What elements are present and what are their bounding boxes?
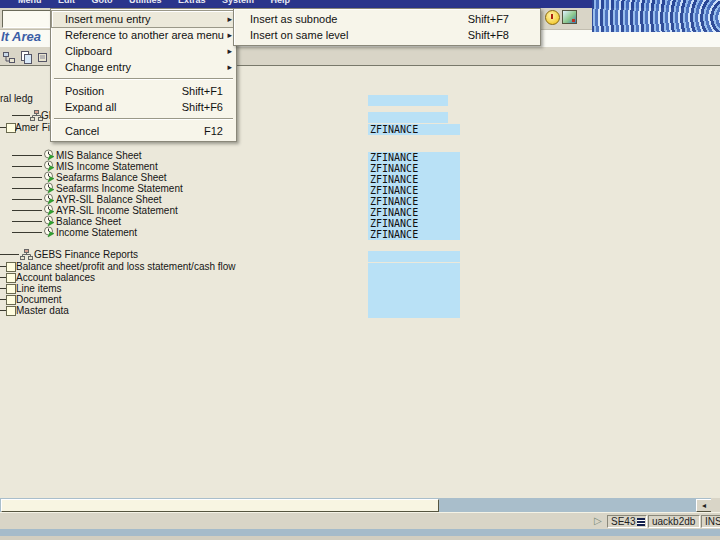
- folder-icon: [6, 284, 16, 294]
- tree-row-label: Seafarms Income Statement: [56, 183, 183, 194]
- menu-item-label: Insert on same level: [250, 29, 348, 41]
- menu-item-shortcut: Shift+F1: [182, 83, 223, 99]
- tree-line: [12, 115, 30, 116]
- tree-line: [12, 188, 42, 189]
- tree-row-label: ral ledg: [0, 93, 33, 104]
- tree-row-label: Master data: [16, 305, 69, 316]
- tree-row[interactable]: Balance Sheet ZFINANCE: [0, 216, 465, 227]
- menu-item-label: Change entry: [65, 61, 131, 73]
- menu-item-shortcut: Shift+F6: [182, 99, 223, 115]
- menu-item-cancel[interactable]: Cancel F12: [52, 123, 235, 139]
- menu-separator: [54, 78, 233, 80]
- folder-icon: [6, 295, 16, 305]
- menu-value-box[interactable]: [368, 95, 448, 106]
- node-icon[interactable]: [36, 50, 51, 65]
- command-field[interactable]: [2, 10, 55, 28]
- scrollbar-thumb[interactable]: [1, 499, 439, 512]
- tree-row-label: AYR-SIL Balance Sheet: [56, 194, 162, 205]
- menu-item-position[interactable]: Position Shift+F1: [52, 83, 235, 99]
- menu-bar-clipped-text: Menu Edit Goto Utilities Extras System H…: [18, 0, 290, 5]
- tree-row[interactable]: Document: [0, 294, 465, 305]
- transaction-icon: [43, 226, 55, 240]
- status-expand-arrow-icon[interactable]: ▷: [594, 515, 602, 527]
- menu-item-shortcut: Shift+F8: [468, 27, 509, 43]
- menu-value-box[interactable]: [368, 307, 460, 318]
- tree-row-label: Account balances: [16, 272, 95, 283]
- copy-icon[interactable]: [19, 50, 34, 65]
- tree-row[interactable]: Seafarms Balance Sheet ZFINANCE: [0, 172, 465, 183]
- status-bar: ▷ SE43 uackb2db INS: [0, 512, 720, 530]
- menu-item-label: Position: [65, 85, 104, 97]
- scrollbar-corner: [711, 498, 720, 512]
- tree-row-label: Income Statement: [56, 227, 137, 238]
- tree-row-label: AYR-SIL Income Statement: [56, 205, 178, 216]
- submenu-arrow-icon: ▸: [227, 43, 232, 59]
- menu-value-box[interactable]: ZFINANCE: [368, 229, 460, 240]
- status-insert-mode-field[interactable]: INS: [701, 515, 720, 528]
- folder-icon: [6, 262, 16, 272]
- menu-item-label: Clipboard: [65, 45, 112, 57]
- menu-item-insert-on-same-level[interactable]: Insert on same level Shift+F8: [235, 27, 539, 43]
- status-transaction-field[interactable]: SE43: [607, 515, 647, 528]
- context-menu: Insert menu entry ▸ Reference to another…: [50, 8, 237, 142]
- status-server-field[interactable]: uackb2db: [648, 515, 700, 528]
- menu-item-label: Reference to another area menu: [65, 29, 224, 41]
- monitor-icon[interactable]: [562, 10, 577, 24]
- menu-item-expand-all[interactable]: Expand all Shift+F6: [52, 99, 235, 115]
- submenu-arrow-icon: ▸: [227, 27, 232, 43]
- tree-row[interactable]: AYR-SIL Balance Sheet ZFINANCE: [0, 194, 465, 205]
- menu-item-label: Expand all: [65, 101, 116, 113]
- tree-line: [12, 177, 42, 178]
- menu-item-change-entry[interactable]: Change entry ▸: [52, 59, 235, 75]
- tree-line: [12, 155, 42, 156]
- tree-row-label: Seafarms Balance Sheet: [56, 172, 167, 183]
- tree-line: [0, 254, 19, 255]
- tree-row[interactable]: MIS Income Statement ZFINANCE: [0, 161, 465, 172]
- clock-icon[interactable]: [545, 10, 560, 25]
- tree-line: [12, 232, 42, 233]
- tree-row-label: Balance Sheet: [56, 216, 121, 227]
- menu-item-shortcut: Shift+F7: [468, 11, 509, 27]
- tree-line: [12, 199, 42, 200]
- tree-row[interactable]: Income Statement ZFINANCE: [0, 227, 465, 238]
- tree-row-label: MIS Income Statement: [56, 161, 158, 172]
- folder-icon: [6, 273, 16, 283]
- tree-row-label: GEBS Finance Reports: [34, 249, 138, 260]
- tree-row-label: Document: [16, 294, 62, 305]
- tree-row[interactable]: Line items: [0, 283, 465, 294]
- tree-row-label: Line items: [16, 283, 62, 294]
- menu-item-shortcut: F12: [204, 123, 223, 139]
- menu-item-label: Insert menu entry: [65, 13, 151, 25]
- context-submenu: Insert as subnode Shift+F7 Insert on sam…: [233, 8, 541, 46]
- menu-item-insert-menu-entry[interactable]: Insert menu entry ▸: [52, 11, 235, 27]
- tree-row[interactable]: AYR-SIL Income Statement ZFINANCE: [0, 205, 465, 216]
- tree-row[interactable]: MIS Balance Sheet ZFINANCE: [0, 150, 465, 161]
- services-grid-icon[interactable]: [637, 518, 645, 526]
- menu-value-box[interactable]: ZFINANCE: [368, 124, 460, 135]
- sap-gui-window: Menu Edit Goto Utilities Extras System H…: [0, 0, 720, 540]
- tree-row[interactable]: GEBS Finance Reports: [0, 249, 465, 260]
- submenu-arrow-icon: ▸: [227, 59, 232, 75]
- tree-row[interactable]: Balance sheet/profit and loss statement/…: [0, 261, 465, 272]
- scroll-left-arrow-icon[interactable]: ◂: [696, 499, 712, 512]
- submenu-arrow-icon: ▸: [227, 11, 232, 27]
- bottom-edge: [0, 536, 720, 540]
- menu-separator: [54, 118, 233, 120]
- tree-row[interactable]: Account balances: [0, 272, 465, 283]
- sap-ripple-logo: [592, 0, 720, 32]
- tree-row-label: MIS Balance Sheet: [56, 150, 142, 161]
- tree-row-label: Balance sheet/profit and loss statement/…: [16, 261, 236, 272]
- tree-line: [12, 221, 42, 222]
- menu-item-insert-as-subnode[interactable]: Insert as subnode Shift+F7: [235, 11, 539, 27]
- menu-item-label: Insert as subnode: [250, 13, 337, 25]
- menu-item-label: Cancel: [65, 125, 99, 137]
- tree-row[interactable]: Master data: [0, 305, 465, 316]
- tree-line: [12, 166, 42, 167]
- bottom-strip: [0, 529, 720, 536]
- tree-line: [12, 210, 42, 211]
- menu-item-reference[interactable]: Reference to another area menu ▸: [52, 27, 235, 43]
- hierarchy-icon[interactable]: [2, 50, 17, 65]
- menu-item-clipboard[interactable]: Clipboard ▸: [52, 43, 235, 59]
- horizontal-scrollbar[interactable]: ◂: [0, 498, 720, 512]
- tree-row[interactable]: Seafarms Income Statement ZFINANCE: [0, 183, 465, 194]
